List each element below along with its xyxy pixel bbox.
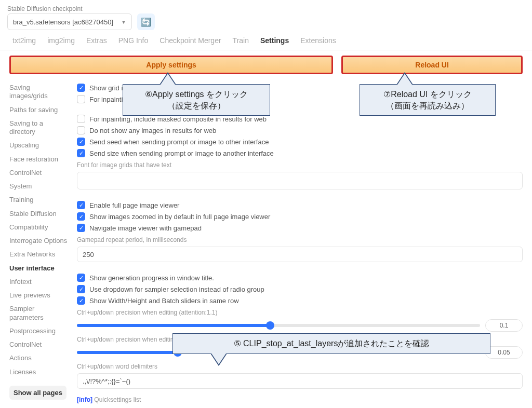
sidebar-item-licenses[interactable]: Licenses	[9, 368, 68, 376]
sidebar-item-saving-to-a-directory[interactable]: Saving to a directory	[9, 119, 68, 137]
font-input[interactable]	[77, 172, 523, 189]
sidebar-item-paths-for-saving[interactable]: Paths for saving	[9, 106, 68, 114]
sidebar-item-upscaling[interactable]: Upscaling	[9, 141, 68, 149]
checkbox[interactable]	[77, 126, 85, 134]
slider-value[interactable]: 0.1	[485, 319, 523, 332]
sidebar-item-sampler-parameters[interactable]: Sampler parameters	[9, 305, 68, 322]
quicksettings-label: [info] Quicksettings list	[77, 396, 523, 403]
sidebar-item-system[interactable]: System	[9, 182, 68, 191]
chevron-down-icon: ▼	[121, 19, 126, 25]
sidebar-item-live-previews[interactable]: Live previews	[9, 291, 68, 300]
label: Do not show any images in results for we…	[89, 127, 216, 134]
hint: Gamepad repeat period, in milliseconds	[77, 236, 523, 243]
tab-checkpoint-merger[interactable]: Checkpoint Merger	[159, 36, 221, 45]
checkbox[interactable]: ✓	[77, 285, 85, 293]
label: Show Width/Height and Batch sliders in s…	[89, 297, 239, 305]
checkbox[interactable]: ✓	[77, 296, 85, 305]
tab-txt2img[interactable]: txt2img	[12, 36, 36, 45]
checkbox[interactable]: ✓	[77, 84, 85, 92]
label: Show images zoomed in by default in full…	[89, 213, 270, 221]
hint: Font for image grids that have text	[77, 161, 523, 169]
apply-settings-label: Apply settings	[146, 61, 196, 69]
checkbox[interactable]: ✓	[77, 224, 85, 232]
sidebar-item-extra-networks[interactable]: Extra Networks	[9, 250, 68, 259]
refresh-button[interactable]: 🔄	[137, 13, 155, 30]
sidebar-item-compatibility[interactable]: Compatibility	[9, 223, 68, 232]
annotation-reload: ⑦Reload UI をクリック （画面を再読み込み）	[360, 84, 496, 116]
annotation-apply: ⑥Apply settings をクリック （設定を保存）	[123, 84, 270, 116]
hint: Ctrl+up/down word delimiters	[77, 363, 523, 370]
checkpoint-label: Stable Diffusion checkpoint	[0, 0, 532, 13]
label: Send seed when sending prompt or image t…	[89, 138, 269, 146]
tab-png-info[interactable]: PNG Info	[118, 36, 149, 45]
sidebar-item-controlnet[interactable]: ControlNet	[9, 169, 68, 177]
sidebar-item-stable-diffusion[interactable]: Stable Diffusion	[9, 210, 68, 218]
label: Use dropdown for sampler selection inste…	[89, 285, 264, 293]
tab-img2img[interactable]: img2img	[47, 36, 75, 45]
sidebar-item-interrogate-options[interactable]: Interrogate Options	[9, 237, 68, 245]
checkbox[interactable]: ✓	[77, 138, 85, 146]
label: Show generation progress in window title…	[89, 274, 214, 282]
label: For inpainting, include masked composite…	[89, 115, 267, 123]
sidebar-item-actions[interactable]: Actions	[9, 354, 68, 362]
label: Send size when sending prompt or image t…	[89, 149, 274, 157]
sidebar-item-saving-images-grids[interactable]: Saving images/grids	[9, 84, 68, 101]
sidebar-show-all-pages[interactable]: Show all pages	[9, 386, 66, 400]
gamepad-period-input[interactable]	[77, 247, 523, 262]
reload-ui-button[interactable]: Reload UI	[341, 56, 523, 74]
settings-sidebar: Saving images/gridsPaths for savingSavin…	[9, 84, 68, 408]
checkbox[interactable]: ✓	[77, 149, 85, 157]
settings-main: ✓Show grid in results For inpainting, in…	[77, 84, 523, 408]
checkpoint-select[interactable]: bra_v5.safetensors [ac68270450] ▼	[7, 13, 132, 30]
slider-value[interactable]: 0.05	[485, 346, 523, 359]
tab-extensions[interactable]: Extensions	[300, 36, 336, 45]
precision-slider-1[interactable]	[77, 324, 480, 327]
label: Enable full page image viewer	[89, 201, 179, 209]
sidebar-item-controlnet[interactable]: ControlNet	[9, 341, 68, 349]
apply-settings-button[interactable]: Apply settings	[9, 56, 333, 74]
checkbox[interactable]: ✓	[77, 201, 85, 209]
sidebar-item-training[interactable]: Training	[9, 196, 68, 204]
sidebar-item-face-restoration[interactable]: Face restoration	[9, 155, 68, 164]
tab-extras[interactable]: Extras	[86, 36, 107, 45]
checkpoint-value: bra_v5.safetensors [ac68270450]	[13, 18, 113, 26]
refresh-icon: 🔄	[141, 17, 151, 27]
sidebar-item-user-interface[interactable]: User interface	[9, 264, 68, 273]
checkbox[interactable]	[77, 95, 85, 103]
checkbox[interactable]	[77, 115, 85, 123]
sidebar-item-infotext[interactable]: Infotext	[9, 278, 68, 286]
delimiters-input[interactable]	[77, 373, 523, 389]
label: Navigate image viewer with gamepad	[89, 224, 202, 232]
tab-train[interactable]: Train	[233, 36, 249, 45]
checkbox[interactable]: ✓	[77, 274, 85, 282]
reload-ui-label: Reload UI	[415, 61, 449, 69]
hint: Ctrl+up/down precision when editing (att…	[77, 309, 523, 316]
sidebar-item-postprocessing[interactable]: Postprocessing	[9, 327, 68, 335]
checkbox[interactable]: ✓	[77, 212, 85, 221]
main-tabs: txt2imgimg2imgExtrasPNG InfoCheckpoint M…	[0, 34, 532, 50]
tab-settings[interactable]: Settings	[260, 36, 289, 45]
annotation-clip: ⑤ CLIP_stop_at_last_layersが追加されたことを確認	[172, 333, 490, 354]
